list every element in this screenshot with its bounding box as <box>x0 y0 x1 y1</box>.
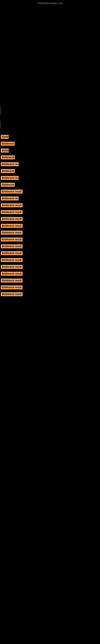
bottleneck-badge[interactable]: Bottleneck result <box>1 203 23 207</box>
bottleneck-badge[interactable]: Bottleneck result <box>1 135 9 139</box>
list-item: Bottleneck result <box>0 285 100 290</box>
list-item: Bottleneck result <box>0 224 100 228</box>
list-item: Bottleneck result <box>0 196 100 201</box>
list-item: Bottleneck result <box>0 251 100 256</box>
bottleneck-badge[interactable]: Bottleneck result <box>1 224 23 228</box>
bottleneck-badge[interactable]: Bottleneck result <box>1 196 19 200</box>
list-item: Bottleneck result <box>0 155 100 160</box>
list-item: Bottleneck result <box>0 183 100 188</box>
bottleneck-badge[interactable]: Bottleneck result <box>1 265 23 269</box>
bottleneck-badge[interactable]: Bottleneck result <box>1 162 19 166</box>
list-item: Bottleneck result <box>0 210 100 215</box>
list-item: Bottleneck result <box>0 278 100 283</box>
list-item: Bottleneck result <box>0 292 100 297</box>
vertical-line-2 <box>0 121 1 129</box>
list-item: Bottleneck result <box>0 135 100 140</box>
list-item: Bottleneck result <box>0 190 100 194</box>
bottleneck-badge[interactable]: Bottleneck result <box>1 210 23 214</box>
list-item: Bottleneck result <box>0 265 100 270</box>
bottleneck-badge[interactable]: Bottleneck result <box>1 251 23 255</box>
bottleneck-badge[interactable]: Bottleneck result <box>1 148 9 152</box>
list-item: Bottleneck result <box>0 244 100 249</box>
list-item: Bottleneck result <box>0 238 100 242</box>
vertical-line-1 <box>0 107 1 115</box>
bottleneck-badge[interactable]: Bottleneck result <box>1 278 23 282</box>
bottleneck-badge[interactable]: Bottleneck result <box>1 244 23 248</box>
bottleneck-list: Bottleneck resultBottleneck resultBottle… <box>0 135 100 299</box>
list-item: Bottleneck result <box>0 217 100 222</box>
bottleneck-badge[interactable]: Bottleneck result <box>1 238 23 242</box>
bottleneck-badge[interactable]: Bottleneck result <box>1 272 23 276</box>
site-title: TheBottlenecker.com <box>37 2 63 5</box>
list-item: Bottleneck result <box>0 148 100 153</box>
bottleneck-badge[interactable]: Bottleneck result <box>1 217 23 221</box>
list-item: Bottleneck result <box>0 272 100 276</box>
bottleneck-badge[interactable]: Bottleneck result <box>1 190 23 194</box>
bottleneck-badge[interactable]: Bottleneck result <box>1 183 15 187</box>
list-item: Bottleneck result <box>0 142 100 146</box>
list-item: Bottleneck result <box>0 203 100 208</box>
bottleneck-badge[interactable]: Bottleneck result <box>1 176 19 180</box>
bottleneck-badge[interactable]: Bottleneck result <box>1 292 23 296</box>
bottleneck-badge[interactable]: Bottleneck result <box>1 155 15 160</box>
bottleneck-badge[interactable]: Bottleneck result <box>1 258 23 262</box>
bottleneck-badge[interactable]: Bottleneck result <box>1 169 15 173</box>
bottleneck-badge[interactable]: Bottleneck result <box>1 231 23 235</box>
bottleneck-badge[interactable]: Bottleneck result <box>1 285 23 290</box>
list-item: Bottleneck result <box>0 258 100 263</box>
list-item: Bottleneck result <box>0 176 100 181</box>
list-item: Bottleneck result <box>0 169 100 174</box>
list-item: Bottleneck result <box>0 162 100 167</box>
list-item: Bottleneck result <box>0 231 100 236</box>
bottleneck-badge[interactable]: Bottleneck result <box>1 142 15 146</box>
